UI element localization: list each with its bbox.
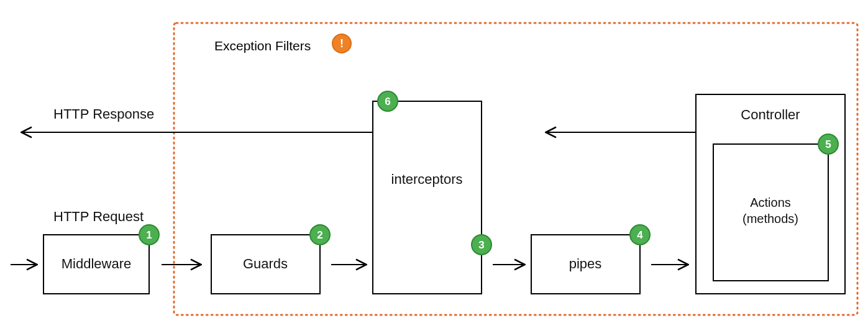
middleware-label: Middleware — [62, 256, 132, 271]
exception-filters-label: Exception Filters — [214, 39, 311, 53]
badge-1-text: 1 — [146, 229, 152, 241]
http-request-label: HTTP Request — [53, 209, 144, 224]
badge-5-text: 5 — [825, 139, 831, 150]
request-lifecycle-diagram: Exception Filters ! HTTP Response HTTP R… — [0, 0, 868, 318]
interceptors-box — [373, 101, 482, 294]
badge-3-text: 3 — [478, 239, 484, 251]
controller-label: Controller — [741, 107, 800, 122]
warning-icon-text: ! — [340, 37, 344, 50]
badge-6-text: 6 — [385, 96, 390, 107]
http-response-label: HTTP Response — [53, 106, 154, 122]
badge-4-text: 4 — [637, 229, 643, 241]
guards-label: Guards — [243, 256, 288, 271]
pipes-label: pipes — [569, 256, 602, 271]
actions-label-1: Actions — [750, 196, 791, 209]
actions-label-2: (methods) — [742, 212, 798, 225]
badge-2-text: 2 — [317, 229, 322, 241]
interceptors-label: interceptors — [391, 171, 463, 187]
